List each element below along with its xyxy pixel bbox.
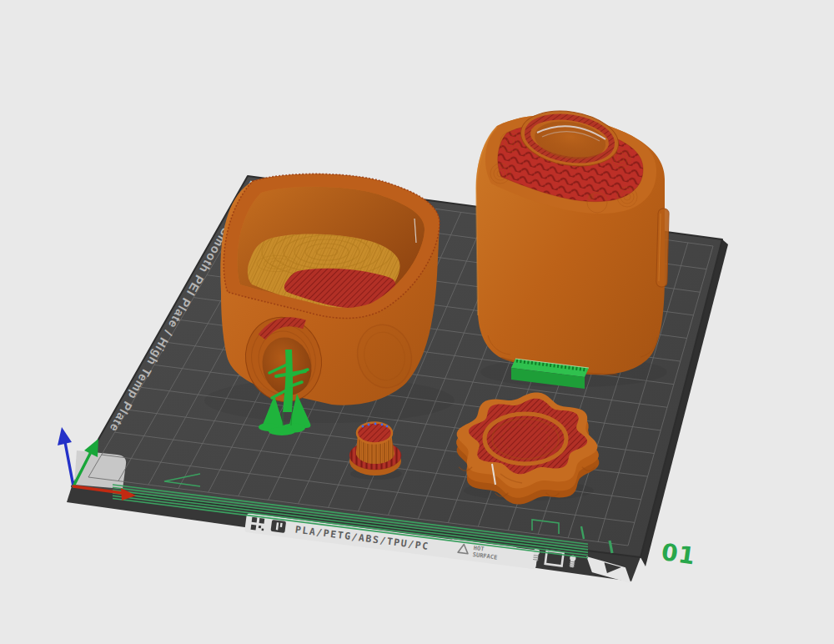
plate-number[interactable]: 01 — [660, 538, 697, 570]
model-canister[interactable] — [476, 104, 669, 375]
support-foot — [269, 427, 295, 435]
canister-handle-ridge — [656, 209, 669, 287]
slicer-3d-viewport[interactable]: Smooth PEI Plate / High Temp Plate Bambu… — [0, 0, 834, 644]
bambu-logo-icon — [270, 520, 286, 533]
model-open-box[interactable] — [220, 174, 440, 410]
